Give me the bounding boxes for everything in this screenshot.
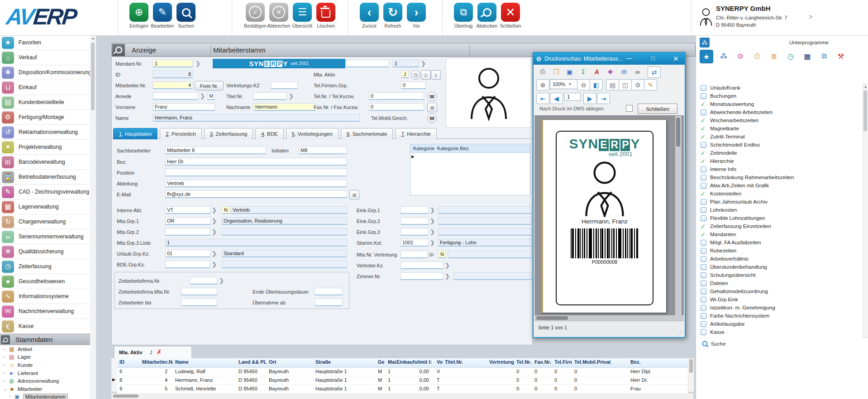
close-icon[interactable]: ✕ [673,55,679,63]
resize-grip[interactable]: ⋰ [678,330,683,336]
subprogram-item--berstundenbehandlung[interactable]: Überstundenbehandlung [696,263,863,271]
email-field[interactable]: fh@xyz.de [165,190,347,198]
scrollbar-thumb[interactable] [91,43,95,110]
sidebar-item-reklamationsverwaltung[interactable]: ↺Reklamationsverwaltung [0,125,90,140]
freie-nr-button[interactable]: Freie Nr. [195,81,224,90]
sidebar-item-cad-zeichnungsverwaltung[interactable]: ✎CAD - Zeichnungsverwaltung [0,185,90,200]
next-page-icon[interactable]: ▶ [583,93,596,104]
tab-sachmerkmale[interactable]: 6. Sachmerkmale [341,128,393,139]
col-header[interactable]: Vertretung [487,358,514,367]
urlaub-grp-code-field[interactable]: 01 [165,250,210,257]
preview-vertical-scrollbar[interactable] [675,116,682,316]
tab-zeiterfassung[interactable]: 3. Zeiterfassung [204,128,253,139]
col-header[interactable]: Ge [376,358,386,367]
checkbox[interactable] [701,313,706,319]
vorname-field[interactable]: Franz [153,103,215,111]
checked-icon[interactable]: ✓ [701,191,706,197]
subprogram-item-kasse[interactable]: Kasse [696,328,863,336]
lookup-arrow-icon[interactable]: ❯ [430,206,435,214]
zoom-select[interactable]: 100%▾ [550,79,577,89]
checkbox[interactable] [701,329,706,335]
vor-button[interactable]: ›Vor [405,3,428,28]
eink2-field[interactable] [401,217,429,225]
tree-item-mitarbeiter[interactable]: ⌄☻Mitarbeiter [0,385,90,393]
compass-icon[interactable]: ◇ [421,70,431,80]
sidebar-item-lagerverwaltung[interactable]: ▦Lagerverwaltung [0,200,90,214]
lookup-arrow-icon[interactable]: ❯ [445,261,450,269]
preview-horizontal-scrollbar[interactable] [534,315,684,321]
subprogram-item-beschr-nkung-rahmenarbeitszeiten[interactable]: Beschränkung Rahmenarbeitszeiten [696,173,863,181]
subprogram-item-schichtmodell-endlos[interactable]: Schichtmodell Endlos [696,141,863,149]
pagesetup-button[interactable]: ▤ [606,79,619,90]
ende-ueb-field[interactable] [315,288,343,295]
settings-button[interactable]: ⚙ [631,79,644,90]
grid-vertical-scrollbar[interactable] [688,358,694,392]
windows-copy-icon[interactable]: ⧉ [818,50,830,62]
subprogram-item-buchungen[interactable]: Buchungen [696,92,863,100]
lookup-arrow-icon[interactable]: ❯ [196,60,200,67]
subprogram-item-plan-jahresurlaub-archiv[interactable]: Plan Jahresurlaub Archiv [696,198,863,206]
subprograms-search[interactable]: Suche [701,339,726,348]
checkbox[interactable] [701,183,706,189]
col-header[interactable]: Fax.Nr. [532,358,552,367]
tree-item-adressverwaltung[interactable]: ›◍Adressverwaltung [0,377,90,385]
zaf-nr-field[interactable] [190,277,217,285]
grid-filter-tab[interactable]: Mta. Aktiv J ✗ [114,346,192,359]
dms-checkbox[interactable] [626,105,633,112]
expand-icon[interactable]: › [4,379,9,383]
refresh-button[interactable]: ↻Refresh [381,3,405,28]
uebersicht-button[interactable]: ☰Übersicht [291,3,314,28]
subprogram-item-wochenarbeitszeiten[interactable]: ✓Wochenarbeitszeiten [696,116,863,124]
phone-icon[interactable]: ☎ [427,114,437,123]
checkbox[interactable] [701,297,706,303]
email-compose-icon[interactable]: ▤ [349,190,359,200]
mta-grp2-code-field[interactable] [165,228,210,236]
expand-icon[interactable]: › [9,394,14,399]
subprogram-item-abw-arb-zeiten-mit-grafik[interactable]: Abw.Arb.Zeiten mit Grafik [696,181,863,190]
sidebar-item-verkauf[interactable]: ⌂Verkauf [0,50,90,65]
einfuegen-button[interactable]: ⊕Einfügen [127,3,151,28]
initialen-field[interactable]: M8 [299,147,347,154]
col-header[interactable]: Tel.Mobil.Privat [572,358,628,367]
subprogram-item-istzeitkorr-m-genehmigung[interactable]: Istzeitkorr. m. Genehmigung [696,304,863,312]
sidebar-item-informationssysteme[interactable]: ∿Informationssysteme [0,289,90,304]
position-field[interactable] [165,169,347,176]
mta-aktiv-field[interactable]: J [401,71,409,78]
checked-icon[interactable]: ✓ [701,223,706,229]
bestaetigen-button[interactable]: ✓Bestätigen [243,3,267,28]
scrollbar-thumb[interactable] [863,90,867,131]
mandant-field[interactable]: 1 [153,60,193,67]
sidebar-item-projektverwaltung[interactable]: ✦Projektverwaltung [0,140,90,155]
server-list-icon[interactable]: ≣ [768,50,780,62]
scroll-up-icon[interactable]: ▲ [91,37,95,40]
nachname-field[interactable]: Herrmann [253,103,315,111]
mta-grp1-code-field[interactable]: OR [165,217,210,225]
email-button[interactable]: ✉ [618,66,630,77]
lookup-arrow-icon[interactable]: ❯ [212,250,217,257]
col-header[interactable]: Mitarbeiter.Nr. [142,358,173,367]
gears-icon[interactable]: ⚙ [734,50,747,62]
sidebar-item-gesundheitswesen[interactable]: ♥Gesundheitswesen [0,274,90,289]
double-arrow-icon[interactable]: ≫ [428,251,434,258]
abbrechen-button[interactable]: ✕Abbrechen [267,3,291,28]
lookup-arrow-icon[interactable]: ❯ [430,228,435,236]
subprogram-item-mandanten[interactable]: ✓Mandanten [696,230,863,238]
lookup-arrow-icon[interactable]: ❯ [212,261,217,268]
col-header[interactable]: ID [117,358,142,367]
banner-extra-field[interactable] [346,60,389,67]
bearbeiten-button[interactable]: ✎Bearbeiten [151,3,174,28]
corner-field[interactable]: 1 [393,60,419,67]
col-header[interactable]: Einkaufslimit I: [396,358,434,367]
subprogram-item-gehaltsmodellzuordnung[interactable]: Gehaltsmodellzuordnung [696,287,863,295]
checked-icon[interactable]: ✓ [701,232,706,238]
last-page-icon[interactable]: ⇥ [597,93,610,104]
checkbox[interactable] [701,264,706,270]
wrench-icon[interactable]: ⚒ [835,50,847,62]
expand-icon[interactable]: ⌄ [4,387,9,391]
subprogram-item-artikelausgabe[interactable]: Artikelausgabe [696,320,863,328]
tab-vorbelegungen[interactable]: 5. Vorbelegungen [286,128,339,139]
checkbox[interactable] [701,207,706,213]
sidebar-item-favoriten[interactable]: ★Favoriten [0,35,90,50]
expand-icon[interactable]: › [4,347,9,352]
expand-icon[interactable]: › [4,363,9,367]
